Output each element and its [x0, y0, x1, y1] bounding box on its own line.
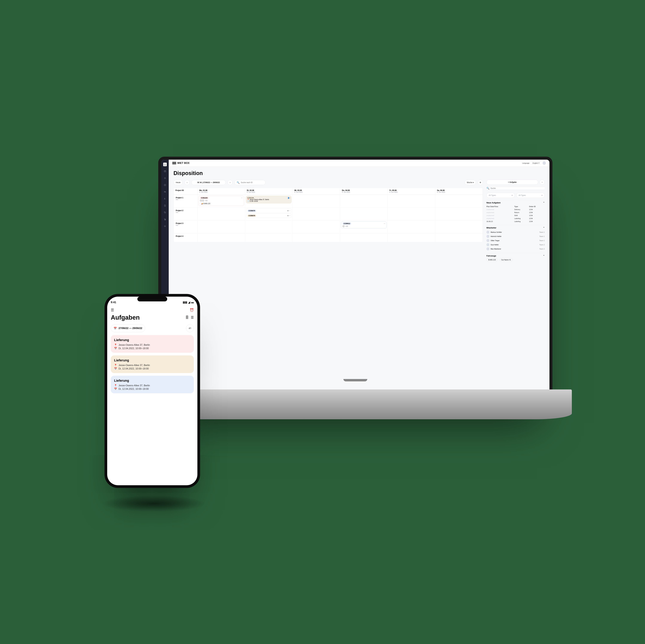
grid-cell[interactable] — [198, 233, 245, 242]
task-type: Delivery — [514, 208, 529, 211]
sidebar-cart-icon[interactable] — [163, 218, 167, 221]
overflow-icon[interactable]: ⋯ — [384, 223, 385, 225]
filter-type-b[interactable]: All Types▾ — [516, 193, 545, 198]
expand-button[interactable]: › — [540, 180, 545, 185]
task-card[interactable]: CCB5678▾ ⋯ — [246, 214, 291, 218]
view-select[interactable]: Woche ▾ — [465, 180, 476, 185]
next-button[interactable]: › — [228, 180, 233, 185]
grid-cell[interactable]: CCB5678▾ ⋯ CCB5678▾ ⋯ — [245, 208, 292, 220]
user-add-icon[interactable]: 👤+ — [287, 197, 290, 199]
sidebar-list-icon[interactable] — [163, 177, 167, 180]
task-card[interactable]: CCB5678▾ ⋯ — [246, 209, 291, 213]
search-icon: 🔍 — [486, 187, 489, 190]
grid-cell[interactable] — [388, 195, 435, 208]
sidebar-calendar-icon[interactable] — [163, 170, 167, 173]
svg-rect-1 — [164, 184, 166, 186]
prev-button[interactable]: ‹ — [185, 180, 190, 185]
grid-cell[interactable] — [388, 220, 435, 233]
task-card-detail[interactable]: CCB1234👤+ 📍 Jesse-Owens-Allee 37, Berlin… — [246, 196, 291, 203]
chevron-down-icon: ▾ — [473, 182, 474, 184]
task-date: unplanned — [486, 208, 514, 211]
wifi-icon: ◢ — [188, 301, 190, 304]
grid-cell[interactable] — [293, 208, 340, 220]
sidebar-users-icon[interactable] — [163, 197, 167, 201]
grid-cell[interactable] — [293, 195, 340, 208]
search-bar[interactable]: 🔍 — [234, 180, 265, 185]
archive-icon[interactable]: 🗄 — [185, 316, 189, 319]
grid-cell[interactable] — [435, 233, 483, 242]
grid-cell[interactable] — [293, 233, 340, 242]
task-row[interactable]: unplannedDelivery1234 — [486, 208, 545, 211]
task-row[interactable]: unplannedReturn1234 — [486, 211, 545, 214]
task-row[interactable]: 16.06.22Labeling1234 — [486, 220, 545, 223]
staff-row[interactable]: Heinrich HeiferTeam 1 — [486, 234, 545, 239]
sidebar-doc-icon[interactable] — [163, 204, 167, 208]
add-task-button[interactable]: + Aufgabe — [486, 180, 538, 185]
phone-date-range[interactable]: 📅 27/06/22 — 29/06/22 — [111, 324, 145, 332]
sidebar-box-icon[interactable] — [163, 183, 167, 187]
sidebar-truck-icon[interactable] — [163, 190, 167, 194]
day-header: Mo, 01.068. Juni 4020 — [198, 188, 245, 195]
vehicle-chip[interactable]: B-MS-123 — [486, 258, 498, 261]
grid-cell[interactable] — [293, 220, 340, 233]
task-id: 1234 — [529, 211, 545, 214]
panel-search[interactable]: 🔍 — [486, 187, 545, 191]
vehicle-tag: 🚚 B-MS-123 — [200, 202, 212, 205]
panel-search-input[interactable] — [491, 187, 545, 189]
language-select[interactable]: English ▾ — [531, 162, 541, 165]
task-avatars: +10 — [342, 225, 385, 227]
grid-cell[interactable] — [435, 208, 483, 220]
settings-button[interactable]: ⚙ — [478, 180, 483, 185]
task-card[interactable]: CCB1234⋯ +10 🚚 B-MS-123 — [198, 196, 244, 206]
list-icon[interactable]: ☰ — [191, 316, 194, 319]
project-sub: Info — [176, 212, 195, 213]
grid-cell[interactable] — [245, 233, 292, 242]
phone-task-card[interactable]: Lieferung 📍Jesse-Owens-Allee 37, Berlin … — [111, 335, 194, 353]
grid-cell[interactable] — [245, 220, 292, 233]
task-row[interactable]: unplannedLabeling1234 — [486, 217, 545, 220]
chevron-up-icon[interactable]: ⌃ — [543, 255, 545, 257]
tag-button[interactable]: 🏷 — [186, 324, 194, 332]
grid-cell[interactable] — [435, 220, 483, 233]
vehicle-chip[interactable]: Car Name #1 — [499, 258, 513, 261]
grid-cell[interactable] — [198, 208, 245, 220]
grid-cell[interactable]: CCB1234👤+ 📍 Jesse-Owens-Allee 37, Berlin… — [245, 195, 292, 208]
chevron-down-icon[interactable]: ▾ ⋯ — [287, 210, 290, 212]
task-row[interactable]: unplannedShift1234 — [486, 214, 545, 217]
phone-task-card[interactable]: Lieferung 📍Jesse-Owens-Allee 37, Berlin … — [111, 355, 194, 373]
grid-cell[interactable]: CCB1234⋯ +10 🚚 B-MS-123 — [198, 195, 245, 208]
grid-cell[interactable] — [340, 195, 388, 208]
chevron-up-icon[interactable]: ⌃ — [543, 202, 545, 204]
avatar-icon — [342, 225, 345, 227]
staff-row[interactable]: Max MarkiererTeam 2 — [486, 247, 545, 251]
overflow-icon[interactable]: ⋯ — [241, 197, 243, 199]
staff-row[interactable]: Markus SchillerTeam 1 — [486, 230, 545, 234]
grid-cell[interactable]: CCB9012⋯ +10 — [340, 220, 388, 233]
chevron-down-icon[interactable]: ▾ ⋯ — [287, 215, 290, 217]
user-avatar[interactable] — [543, 162, 546, 165]
vehicle-label: B-MS-123 — [204, 203, 210, 205]
search-input[interactable] — [241, 182, 263, 184]
grid-cell[interactable] — [388, 208, 435, 220]
date-range[interactable]: W 34 | 27/06/22 — 29/06/22 — [191, 180, 226, 185]
grid-cell[interactable] — [435, 195, 483, 208]
sidebar-home-icon[interactable] — [163, 163, 167, 166]
grid-cell[interactable] — [340, 208, 388, 220]
staff-name: Heinrich Heifer — [491, 236, 501, 237]
grid-cell[interactable] — [388, 233, 435, 242]
grid-cell[interactable] — [198, 220, 245, 233]
staff-row[interactable]: Otlier TiegerTeam 1 — [486, 239, 545, 243]
sidebar-settings-icon[interactable] — [163, 225, 167, 228]
grid-cell[interactable] — [340, 233, 388, 242]
filter-type-a[interactable]: All Types▾ — [486, 193, 515, 198]
top-right: Language English ▾ — [522, 162, 546, 165]
today-button[interactable]: Heute — [174, 180, 183, 185]
chevron-up-icon[interactable]: ⌃ — [543, 227, 545, 229]
day-name: Fr, 05.06 — [389, 189, 433, 192]
alarm-icon[interactable]: ⏰ — [190, 308, 194, 312]
sidebar-tag-icon[interactable] — [163, 211, 167, 214]
phone-task-card[interactable]: Lieferung 📍Jesse-Owens-Allee 37, Berlin … — [111, 376, 194, 393]
task-card[interactable]: CCB9012⋯ +10 — [341, 222, 387, 229]
staff-row[interactable]: Susi HeiferTeam 2 — [486, 243, 545, 247]
menu-button[interactable]: ☰ — [111, 308, 114, 312]
